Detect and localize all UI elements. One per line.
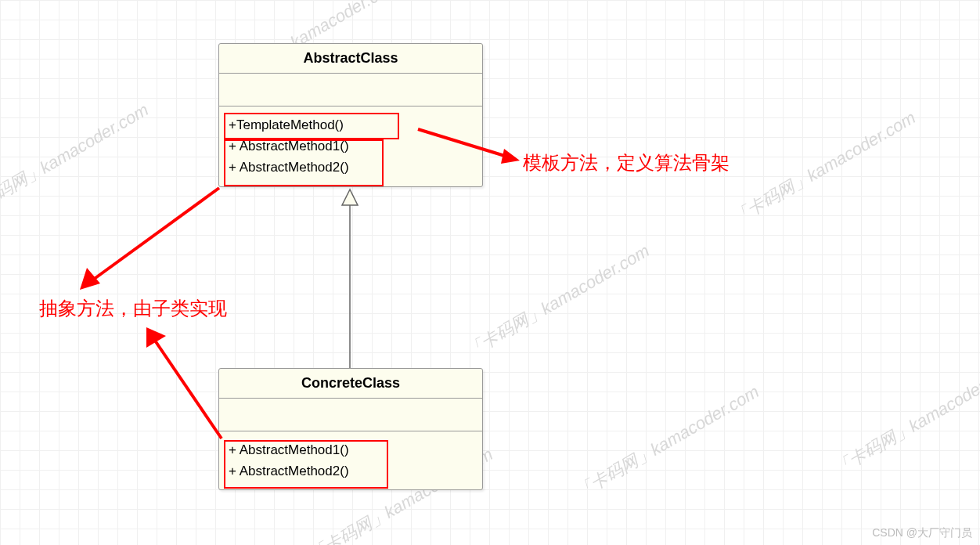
class-attributes-empty <box>219 74 482 106</box>
annotation-abstract: 抽象方法，由子类实现 <box>39 296 227 321</box>
diagram-connectors <box>0 0 980 545</box>
class-attributes-empty <box>219 399 482 431</box>
watermark: 「卡码网」kamacoder.com <box>571 381 763 505</box>
svg-line-6 <box>153 338 222 439</box>
svg-marker-1 <box>342 189 358 205</box>
watermark: 「卡码网」kamacoder.com <box>830 357 980 482</box>
svg-marker-7 <box>146 327 166 348</box>
footer-credit: CSDN @大厂守门员 <box>872 526 972 540</box>
class-title: ConcreteClass <box>219 369 482 399</box>
highlight-template-method <box>224 113 399 139</box>
annotation-template: 模板方法，定义算法骨架 <box>523 150 730 175</box>
watermark: 「卡码网」kamacoder.com <box>462 240 654 364</box>
class-title: AbstractClass <box>219 44 482 74</box>
watermark: 「卡码网」kamacoder.com <box>728 106 920 231</box>
highlight-concrete-methods <box>224 440 388 489</box>
svg-marker-5 <box>80 268 100 290</box>
svg-marker-3 <box>501 149 520 164</box>
highlight-abstract-methods <box>224 139 384 186</box>
svg-line-4 <box>90 188 219 282</box>
watermark: 「卡码网」kamacoder.com <box>0 99 153 223</box>
